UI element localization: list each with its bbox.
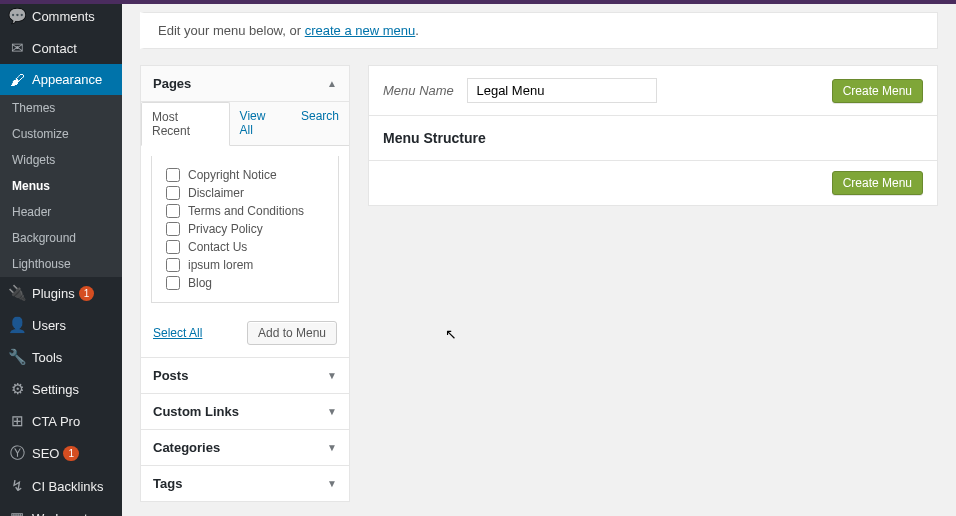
posts-panel-header[interactable]: Posts ▼ <box>141 358 349 393</box>
page-checkbox[interactable] <box>166 168 180 182</box>
sidebar-label: Plugins <box>32 286 75 301</box>
sidebar-label: Tools <box>32 350 62 365</box>
seo-badge: 1 <box>63 446 79 461</box>
sidebar-label: Settings <box>32 382 79 397</box>
caret-down-icon: ▼ <box>327 478 337 489</box>
sidebar-label: Contact <box>32 41 77 56</box>
sidebar-item-ctapro[interactable]: ⊞ CTA Pro <box>0 405 122 437</box>
admin-sidebar: 💬 Comments ✉ Contact 🖌 Appearance Themes… <box>0 0 122 516</box>
sidebar-item-settings[interactable]: ⚙ Settings <box>0 373 122 405</box>
tab-most-recent[interactable]: Most Recent <box>141 102 230 146</box>
seo-icon: Ⓨ <box>8 444 26 463</box>
menu-structure-area: Menu Structure <box>368 116 938 161</box>
submenu-customize[interactable]: Customize <box>0 121 122 147</box>
ctapro-icon: ⊞ <box>8 412 26 430</box>
sidebar-item-contact[interactable]: ✉ Contact <box>0 32 122 64</box>
submenu-background[interactable]: Background <box>0 225 122 251</box>
add-to-menu-button[interactable]: Add to Menu <box>247 321 337 345</box>
sidebar-label: CTA Pro <box>32 414 80 429</box>
sidebar-item-users[interactable]: 👤 Users <box>0 309 122 341</box>
page-checkbox[interactable] <box>166 258 180 272</box>
create-menu-button-top[interactable]: Create Menu <box>832 79 923 103</box>
caret-up-icon: ▲ <box>327 78 337 89</box>
page-checkbox[interactable] <box>166 222 180 236</box>
pages-checklist: Copyright Notice Disclaimer Terms and Co… <box>151 156 339 303</box>
categories-panel: Categories ▼ <box>140 430 350 466</box>
submenu-menus[interactable]: Menus <box>0 173 122 199</box>
appearance-submenu: Themes Customize Widgets Menus Header Ba… <box>0 95 122 277</box>
tab-search[interactable]: Search <box>291 102 349 145</box>
page-item[interactable]: Disclaimer <box>166 184 324 202</box>
caret-down-icon: ▼ <box>327 406 337 417</box>
caret-down-icon: ▼ <box>327 370 337 381</box>
menu-editor-column: Menu Name Create Menu Menu Structure Cre… <box>368 65 938 502</box>
page-item[interactable]: Copyright Notice <box>166 166 324 184</box>
pages-title: Pages <box>153 76 191 91</box>
menu-name-input[interactable] <box>467 78 657 103</box>
pages-panel-header[interactable]: Pages ▲ <box>141 66 349 102</box>
notice-text: Edit your menu below, or <box>158 23 305 38</box>
tags-panel: Tags ▼ <box>140 466 350 502</box>
sidebar-label: CI Backlinks <box>32 479 104 494</box>
page-item[interactable]: Contact Us <box>166 238 324 256</box>
sidebar-label: SEO <box>32 446 59 461</box>
backlinks-icon: ↯ <box>8 477 26 495</box>
plugins-badge: 1 <box>79 286 95 301</box>
settings-icon: ⚙ <box>8 380 26 398</box>
menu-structure-heading: Menu Structure <box>383 130 923 146</box>
edit-menu-notice: Edit your menu below, or create a new me… <box>140 12 938 49</box>
menu-name-label: Menu Name <box>383 83 454 98</box>
sidebar-label: Appearance <box>32 72 102 87</box>
categories-panel-header[interactable]: Categories ▼ <box>141 430 349 465</box>
sidebar-item-tools[interactable]: 🔧 Tools <box>0 341 122 373</box>
pages-tabs: Most Recent View All Search <box>141 102 349 146</box>
page-checkbox[interactable] <box>166 276 180 290</box>
page-checkbox[interactable] <box>166 240 180 254</box>
users-icon: 👤 <box>8 316 26 334</box>
submenu-themes[interactable]: Themes <box>0 95 122 121</box>
admin-footer: Thank you for creating with WordPress. V… <box>140 502 938 516</box>
create-menu-button-bottom[interactable]: Create Menu <box>832 171 923 195</box>
sidebar-item-comments[interactable]: 💬 Comments <box>0 0 122 32</box>
sidebar-label: Comments <box>32 9 95 24</box>
menu-header-bar: Menu Name Create Menu <box>368 65 938 116</box>
page-item[interactable]: ipsum lorem <box>166 256 324 274</box>
submenu-lighthouse[interactable]: Lighthouse <box>0 251 122 277</box>
page-item[interactable]: Blog <box>166 274 324 292</box>
add-items-column: Pages ▲ Most Recent View All Search Copy… <box>140 65 350 502</box>
sidebar-item-wpinsert[interactable]: ▦ Wp Insert <box>0 502 122 516</box>
sidebar-item-seo[interactable]: Ⓨ SEO 1 <box>0 437 122 470</box>
tools-icon: 🔧 <box>8 348 26 366</box>
wpinsert-icon: ▦ <box>8 509 26 516</box>
submenu-header[interactable]: Header <box>0 199 122 225</box>
page-item[interactable]: Privacy Policy <box>166 220 324 238</box>
posts-panel: Posts ▼ <box>140 358 350 394</box>
sidebar-label: Wp Insert <box>32 511 88 517</box>
pages-panel: Pages ▲ Most Recent View All Search Copy… <box>140 65 350 358</box>
plugins-icon: 🔌 <box>8 284 26 302</box>
sidebar-label: Users <box>32 318 66 333</box>
sidebar-item-appearance[interactable]: 🖌 Appearance <box>0 64 122 95</box>
posts-title: Posts <box>153 368 188 383</box>
customlinks-panel-header[interactable]: Custom Links ▼ <box>141 394 349 429</box>
tags-panel-header[interactable]: Tags ▼ <box>141 466 349 501</box>
menu-footer-bar: Create Menu <box>368 161 938 206</box>
submenu-widgets[interactable]: Widgets <box>0 147 122 173</box>
main-content: Edit your menu below, or create a new me… <box>122 0 956 516</box>
tags-title: Tags <box>153 476 182 491</box>
page-checkbox[interactable] <box>166 204 180 218</box>
comments-icon: 💬 <box>8 7 26 25</box>
page-item[interactable]: Terms and Conditions <box>166 202 324 220</box>
sidebar-item-plugins[interactable]: 🔌 Plugins 1 <box>0 277 122 309</box>
tab-view-all[interactable]: View All <box>230 102 291 145</box>
appearance-icon: 🖌 <box>8 71 26 88</box>
select-all-link[interactable]: Select All <box>153 326 202 340</box>
caret-down-icon: ▼ <box>327 442 337 453</box>
categories-title: Categories <box>153 440 220 455</box>
customlinks-title: Custom Links <box>153 404 239 419</box>
sidebar-item-cibacklinks[interactable]: ↯ CI Backlinks <box>0 470 122 502</box>
contact-icon: ✉ <box>8 39 26 57</box>
page-checkbox[interactable] <box>166 186 180 200</box>
customlinks-panel: Custom Links ▼ <box>140 394 350 430</box>
create-new-menu-link[interactable]: create a new menu <box>305 23 416 38</box>
